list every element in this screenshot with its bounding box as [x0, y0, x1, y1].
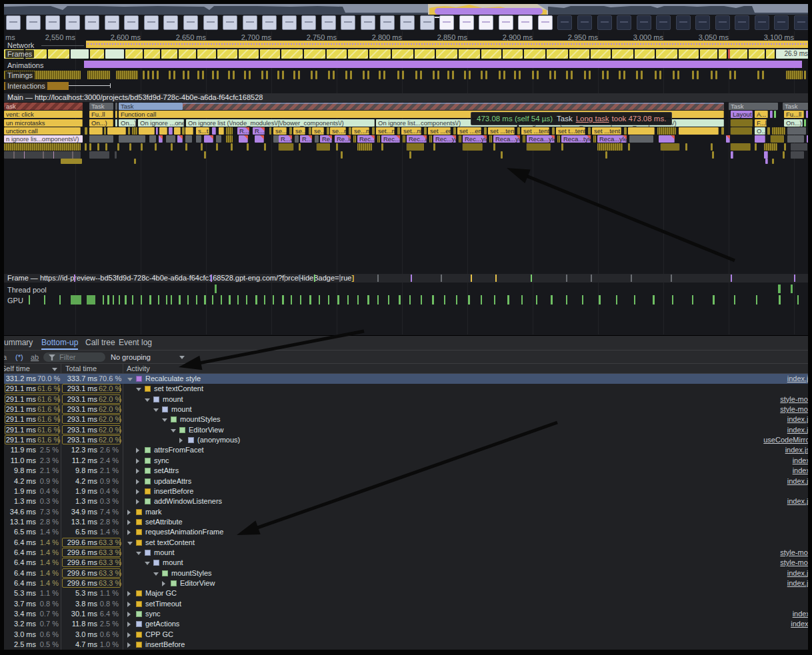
flame-event[interactable]: [493, 143, 495, 151]
collapse-icon[interactable]: [127, 378, 133, 381]
expand-icon[interactable]: [136, 479, 139, 484]
filmstrip-thumbnail[interactable]: [518, 15, 533, 30]
flame-event[interactable]: [429, 135, 432, 143]
flame-event[interactable]: [561, 143, 563, 151]
frame-segment[interactable]: [415, 49, 435, 59]
filmstrip-thumbnail[interactable]: [617, 15, 631, 30]
frame-segment[interactable]: [481, 49, 501, 59]
frame-track-header[interactable]: Frame — https://id-preview--bd53fd9d-728…: [4, 274, 808, 283]
gpu-tick[interactable]: [246, 295, 247, 305]
flame-event[interactable]: [501, 151, 503, 159]
timing-mark[interactable]: [734, 71, 736, 79]
frame-segment[interactable]: [656, 49, 677, 59]
flame-event[interactable]: [791, 143, 807, 151]
flame-event[interactable]: [659, 135, 675, 143]
flame-event[interactable]: [115, 111, 117, 118]
frame-segment[interactable]: [369, 49, 391, 59]
frame-segment[interactable]: [197, 49, 216, 59]
flame-event[interactable]: [372, 127, 375, 135]
flame-event[interactable]: [731, 151, 733, 159]
flame-event[interactable]: [295, 135, 299, 143]
frame-segment[interactable]: [105, 49, 124, 59]
frame-event-tick[interactable]: [631, 275, 632, 282]
source-link[interactable]: index.js: [787, 414, 808, 424]
flame-event[interactable]: [409, 151, 411, 159]
flame-event[interactable]: [755, 135, 765, 143]
filmstrip-thumbnail[interactable]: [755, 15, 769, 30]
flame-event[interactable]: Task: [729, 103, 778, 110]
frame-event-tick[interactable]: [495, 275, 497, 282]
flame-event[interactable]: [397, 127, 400, 135]
frame-event-tick[interactable]: [566, 275, 567, 282]
timing-mark[interactable]: [116, 71, 138, 79]
flame-event[interactable]: [771, 135, 784, 143]
flame-event[interactable]: On...): [784, 119, 803, 127]
timing-mark[interactable]: [602, 71, 604, 79]
flame-event[interactable]: [166, 135, 175, 143]
flame-event[interactable]: [353, 135, 356, 143]
filmstrip-thumbnail[interactable]: [85, 15, 99, 30]
timing-mark[interactable]: [655, 71, 657, 79]
timing-mark[interactable]: [261, 71, 263, 79]
flame-event[interactable]: R...: [253, 127, 265, 135]
gpu-tick[interactable]: [779, 295, 781, 305]
flame-event[interactable]: se...t: [293, 127, 305, 135]
flame-event[interactable]: [97, 143, 99, 151]
flame-event[interactable]: [711, 143, 713, 151]
table-row[interactable]: 1.9 ms0.4 %1.9 ms0.4 %insertBefore: [4, 486, 808, 496]
flame-event[interactable]: [772, 159, 774, 164]
flame-event[interactable]: Task: [89, 103, 113, 110]
gpu-tick[interactable]: [432, 295, 434, 305]
gpu-tick[interactable]: [377, 295, 379, 305]
frame-event-tick[interactable]: [471, 275, 472, 282]
timing-mark[interactable]: [183, 71, 185, 79]
flame-event[interactable]: [764, 143, 777, 151]
flame-event[interactable]: [726, 135, 730, 143]
match-case-button[interactable]: a: [4, 350, 7, 364]
flame-event[interactable]: [247, 143, 249, 151]
frame-event-tick[interactable]: [299, 275, 301, 282]
timing-mark[interactable]: [673, 71, 675, 79]
flame-event[interactable]: [624, 127, 627, 135]
timing-mark[interactable]: [212, 71, 214, 79]
timing-mark[interactable]: [481, 71, 483, 79]
timing-mark[interactable]: [433, 71, 435, 79]
timing-mark[interactable]: [519, 71, 521, 79]
total-time-column-header[interactable]: Total time: [65, 364, 97, 374]
timing-mark[interactable]: [499, 71, 501, 79]
thread-pool-tick[interactable]: [215, 285, 217, 293]
expand-icon[interactable]: [127, 602, 131, 607]
gpu-tick[interactable]: [149, 295, 151, 305]
filmstrip-thumbnail[interactable]: [695, 15, 710, 30]
flame-event[interactable]: Fu..ll: [89, 111, 113, 118]
timing-mark[interactable]: [147, 71, 149, 79]
gpu-tick[interactable]: [328, 295, 329, 305]
timing-mark[interactable]: [757, 71, 759, 79]
timing-mark[interactable]: [187, 71, 189, 79]
tooltip-long-task-link[interactable]: Long task: [573, 115, 609, 123]
timing-mark[interactable]: [333, 71, 335, 79]
tab-bottom-up[interactable]: Bottom-up: [41, 336, 78, 350]
flame-event[interactable]: [174, 127, 181, 135]
filmstrip-thumbnail[interactable]: [735, 15, 749, 30]
flame-event[interactable]: set...nt: [401, 127, 421, 135]
filmstrip-thumbnail[interactable]: [144, 15, 159, 30]
filter-input[interactable]: [58, 352, 102, 362]
gpu-tick[interactable]: [599, 295, 601, 305]
table-row[interactable]: 3.2 ms0.7 %11.8 ms2.5 %getActionsindex.j: [4, 619, 808, 629]
flame-event[interactable]: [139, 127, 155, 135]
gpu-tick[interactable]: [734, 295, 735, 305]
timing-mark[interactable]: [420, 71, 422, 79]
table-row[interactable]: 331.2 ms70.0 %333.7 ms70.6 %Recalculate …: [4, 374, 808, 384]
gpu-tick[interactable]: [536, 295, 537, 305]
flame-event[interactable]: [119, 135, 145, 143]
flame-event[interactable]: [679, 127, 719, 135]
tab-summary[interactable]: Summary: [4, 336, 33, 350]
table-row[interactable]: 11.9 ms2.5 %12.3 ms2.6 %attrsFromFacetin…: [4, 445, 808, 455]
frame-segment[interactable]: [547, 49, 568, 59]
flame-event[interactable]: [341, 151, 343, 159]
source-link[interactable]: style-mod: [780, 558, 808, 568]
flame-event[interactable]: [453, 127, 456, 135]
flame-event[interactable]: [89, 135, 113, 143]
gpu-tick[interactable]: [713, 295, 715, 305]
